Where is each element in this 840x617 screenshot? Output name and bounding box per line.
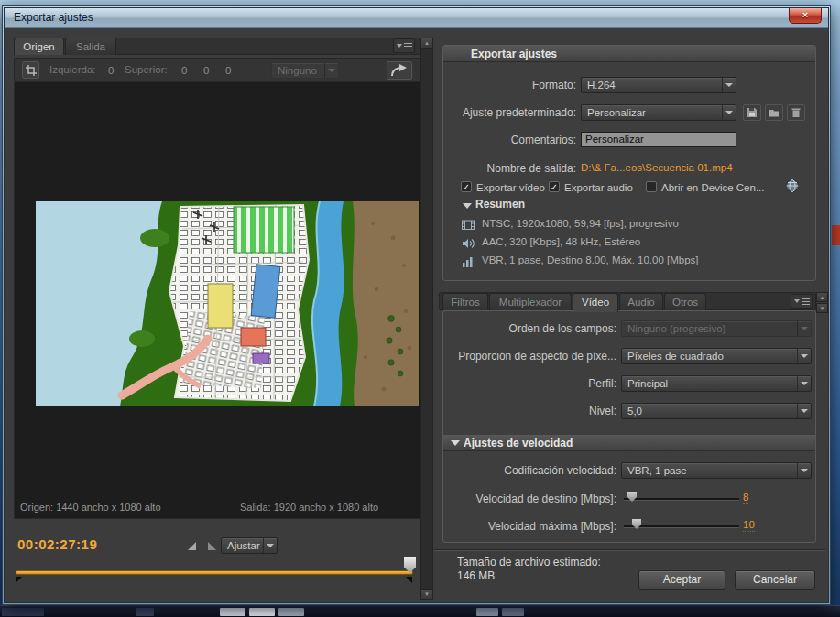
export-audio-checkbox[interactable]: ✓ bbox=[549, 181, 560, 192]
profile-dropdown[interactable]: Principal bbox=[621, 375, 812, 392]
close-button[interactable]: × bbox=[789, 8, 822, 24]
export-video-checkbox[interactable]: ✓ bbox=[461, 181, 472, 192]
output-name-link[interactable]: D:\& Fa...eos\Secuencia 01.mp4 bbox=[581, 162, 733, 173]
titlebar[interactable]: Exportar ajustes bbox=[5, 8, 828, 28]
max-bitrate-slider-track[interactable] bbox=[624, 525, 739, 528]
options-scroll-up-button[interactable]: ▲ bbox=[816, 292, 828, 302]
estimated-size-value: 146 MB bbox=[457, 569, 495, 582]
delete-preset-button[interactable] bbox=[787, 104, 805, 121]
scroll-up-button[interactable]: ▲ bbox=[420, 38, 433, 49]
tab-audio[interactable]: Audio bbox=[619, 293, 663, 310]
fit-dropdown[interactable]: Ajustar bbox=[221, 537, 278, 554]
ok-button[interactable]: Aceptar bbox=[638, 570, 725, 590]
output-name-label: Nombre de salida: bbox=[426, 160, 576, 177]
tab-salida[interactable]: Salida bbox=[65, 38, 116, 55]
crop-button[interactable] bbox=[22, 61, 39, 79]
taskbar-window-button[interactable] bbox=[476, 608, 498, 616]
encoding-label: Codificación velocidad: bbox=[433, 462, 616, 479]
options-scroll-down-button[interactable]: ▼ bbox=[816, 303, 828, 313]
profile-label: Perfil: bbox=[525, 375, 616, 392]
chevron-down-icon bbox=[797, 376, 811, 391]
trash-icon bbox=[791, 107, 802, 118]
bitrate-settings-header[interactable]: Ajustes de velocidad bbox=[443, 435, 815, 451]
device-central-label: Abrir en Device Cen... bbox=[661, 182, 765, 194]
taskbar-window-button[interactable] bbox=[278, 608, 304, 616]
crop-right-value[interactable]: 0 bbox=[203, 60, 209, 81]
chevron-down-icon bbox=[324, 63, 338, 78]
down-arrow-icon: ▼ bbox=[817, 304, 827, 313]
audio-summary-icon bbox=[462, 236, 475, 253]
pixel-aspect-dropdown[interactable]: Píxeles de cuadrado bbox=[621, 348, 812, 364]
comments-input[interactable]: Personalizar bbox=[581, 132, 736, 147]
source-panel-scrollbar[interactable] bbox=[420, 38, 433, 600]
encoding-dropdown[interactable]: VBR, 1 pase bbox=[621, 462, 812, 479]
taskbar-window-button[interactable] bbox=[502, 608, 524, 616]
field-order-label: Orden de los campos: bbox=[433, 320, 616, 337]
target-bitrate-slider-track[interactable] bbox=[624, 498, 739, 501]
tab-video[interactable]: Vídeo bbox=[573, 293, 618, 312]
format-dropdown[interactable]: H.264 bbox=[581, 77, 736, 93]
comments-label: Comentarios: bbox=[444, 132, 576, 148]
source-panel-menu-button[interactable] bbox=[393, 38, 415, 53]
chevron-down-icon bbox=[263, 538, 277, 553]
work-area-end-handle[interactable] bbox=[406, 577, 412, 583]
crop-top-value[interactable]: 0 bbox=[181, 60, 187, 81]
crop-left-value[interactable]: 0 bbox=[108, 60, 114, 81]
chevron-down-icon bbox=[797, 349, 811, 363]
options-panel-menu-button[interactable] bbox=[791, 294, 813, 308]
field-order-dropdown: Ninguno (progresivo) bbox=[621, 320, 812, 337]
device-central-checkbox[interactable] bbox=[646, 181, 657, 192]
save-preset-button[interactable] bbox=[743, 104, 761, 121]
tab-multiplexador[interactable]: Multiplexador bbox=[489, 293, 572, 310]
output-size-status: Salida: 1920 ancho x 1080 alto bbox=[240, 502, 378, 513]
taskbar[interactable] bbox=[0, 605, 840, 617]
chevron-down-icon bbox=[797, 404, 811, 418]
video-summary-icon bbox=[462, 218, 475, 234]
desktop-object bbox=[832, 225, 840, 245]
out-point-button[interactable] bbox=[208, 542, 216, 550]
timeline-track[interactable] bbox=[16, 570, 413, 575]
export-settings-header: Exportar ajustes bbox=[443, 46, 815, 62]
level-dropdown[interactable]: 5,0 bbox=[621, 403, 812, 419]
summary-video-line: NTSC, 1920x1080, 59,94 [fps], progresivo bbox=[482, 217, 679, 230]
video-tab-group bbox=[442, 310, 816, 543]
max-bitrate-label: Velocidad máxima [Mbps]: bbox=[397, 518, 616, 535]
folder-icon bbox=[769, 107, 780, 118]
taskbar-window-button[interactable] bbox=[136, 608, 154, 616]
target-bitrate-value[interactable]: 8 bbox=[743, 491, 748, 504]
save-icon bbox=[747, 107, 758, 118]
chevron-down-icon bbox=[722, 105, 736, 120]
bitrate-summary-icon bbox=[462, 254, 475, 271]
tab-origen[interactable]: Origen bbox=[14, 38, 64, 55]
desktop: Exportar ajustes × Origen Salida Izquier… bbox=[0, 0, 840, 617]
swap-view-button[interactable] bbox=[387, 61, 412, 80]
scroll-down-button[interactable]: ▼ bbox=[420, 589, 433, 600]
chevron-down-icon bbox=[397, 44, 402, 48]
preset-label: Ajuste predeterminado: bbox=[408, 104, 576, 121]
crop-bottom-value[interactable]: 0 bbox=[225, 60, 231, 81]
tab-filtros[interactable]: Filtros bbox=[442, 293, 488, 310]
timecode-field[interactable]: 00:02:27:19 bbox=[17, 536, 97, 552]
taskbar-window-button[interactable] bbox=[249, 608, 275, 616]
work-area-start-handle[interactable] bbox=[16, 577, 22, 583]
import-preset-button[interactable] bbox=[765, 104, 783, 121]
globe-icon bbox=[785, 179, 800, 197]
menu-lines-icon bbox=[802, 298, 810, 305]
crop-toolbar: Izquierda: 0 Superior: 0 0 0 Ninguno bbox=[14, 58, 420, 81]
summary-audio-line: AAC, 320 [Kbps], 48 kHz, Estéreo bbox=[482, 235, 640, 248]
crop-left-label: Izquierda: bbox=[49, 59, 96, 81]
tab-otros[interactable]: Otros bbox=[664, 293, 706, 310]
taskbar-window-button[interactable] bbox=[2, 608, 44, 616]
summary-header[interactable]: Resumen bbox=[475, 198, 525, 211]
pixel-aspect-label: Proporción de aspecto de píxe... bbox=[397, 348, 616, 364]
chevron-down-icon bbox=[797, 463, 811, 478]
in-point-button[interactable] bbox=[188, 542, 196, 550]
chevron-down-icon bbox=[722, 78, 736, 92]
check-icon: ✓ bbox=[463, 182, 470, 192]
close-icon: × bbox=[802, 9, 808, 20]
preset-dropdown[interactable]: Personalizar bbox=[581, 104, 736, 121]
curved-arrow-icon bbox=[390, 64, 409, 77]
max-bitrate-value[interactable]: 10 bbox=[743, 518, 755, 532]
taskbar-window-button[interactable] bbox=[220, 608, 245, 616]
cancel-button[interactable]: Cancelar bbox=[735, 570, 815, 590]
